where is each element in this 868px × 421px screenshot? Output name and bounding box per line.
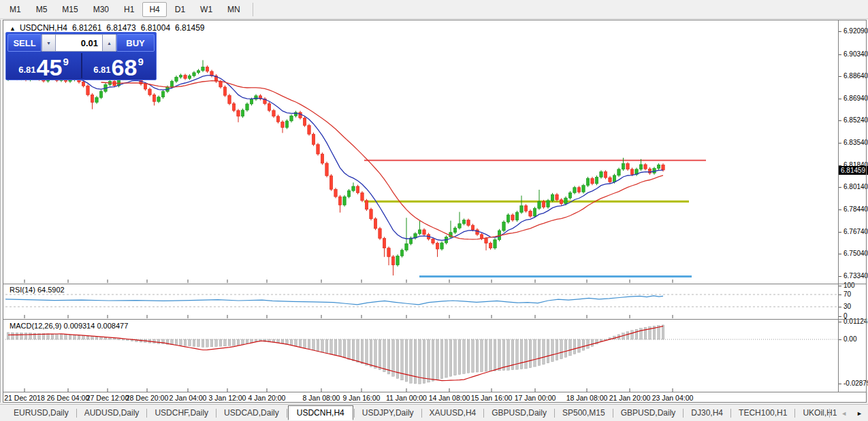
- axis-label: -0.028797: [843, 380, 868, 387]
- chart-tab-gbpusd-daily[interactable]: GBPUSD,Daily: [485, 406, 553, 420]
- axis-tick: [839, 209, 841, 210]
- axis-tick: [839, 322, 841, 322]
- axis-tick: [839, 294, 841, 295]
- toolbar-separator: [253, 3, 253, 16]
- price-axis: 6.81459 6.920906.903406.886406.869406.85…: [839, 20, 868, 392]
- tab-separator: [76, 409, 77, 418]
- tab-separator: [613, 409, 613, 418]
- timeframe-button-mn[interactable]: MN: [221, 2, 247, 17]
- ohlc-low: 6.81004: [141, 23, 170, 33]
- time-axis-label: 4 Jan 20:00: [248, 394, 286, 402]
- timeframe-button-d1[interactable]: D1: [168, 2, 192, 17]
- time-axis: 21 Dec 201826 Dec 04:0027 Dec 12:0028 De…: [3, 392, 867, 403]
- axis-tick: [839, 31, 841, 32]
- chart-tab-xauusd-h4[interactable]: XAUUSD,H4: [423, 406, 483, 420]
- chart-symbol-period: USDCNH,H4: [20, 23, 67, 33]
- tab-separator: [421, 409, 422, 418]
- chart-tab-dj30-h4[interactable]: DJ30,H4: [684, 406, 730, 420]
- time-axis-label: 17 Jan 00:00: [515, 394, 556, 402]
- axis-tick: [839, 120, 841, 121]
- timeframe-button-h1[interactable]: H1: [117, 2, 141, 17]
- axis-label: 6.83540: [843, 139, 868, 146]
- time-axis-label: 26 Dec 04:00: [47, 394, 89, 402]
- time-axis-label: 23 Jan 04:00: [652, 394, 694, 402]
- chart-tab-audusd-daily[interactable]: AUDUSD,Daily: [78, 406, 146, 420]
- timeframe-button-m15[interactable]: M15: [55, 2, 84, 17]
- volume-input[interactable]: 0.01: [56, 34, 102, 52]
- axis-tick: [839, 143, 841, 144]
- axis-tick: [839, 254, 841, 254]
- chart-tab-sp500-m15[interactable]: SP500,M15: [556, 406, 612, 420]
- time-axis-label: 18 Jan 08:00: [566, 394, 608, 402]
- axis-label: 6.86940: [843, 95, 868, 102]
- chart-tab-usdcnh-h4[interactable]: USDCNH,H4: [288, 405, 353, 420]
- pane-separator[interactable]: [3, 319, 867, 320]
- buy-price-display[interactable]: 6.81 68 9: [81, 52, 156, 80]
- pane-separator: [3, 392, 867, 392]
- tab-separator: [554, 409, 555, 418]
- axis-tick: [839, 232, 841, 233]
- time-axis-label: 28 Dec 20:00: [126, 394, 168, 402]
- chart-tab-tech100-h1[interactable]: TECH100,H1: [732, 406, 794, 420]
- buy-price-prefix: 6.81: [93, 65, 110, 75]
- axis-label: 100: [843, 282, 855, 289]
- tab-bar-divider: [829, 409, 830, 418]
- ohlc-high: 6.81473: [106, 23, 135, 33]
- macd-indicator-label: MACD(12,26,9) 0.009314 0.008477: [10, 322, 128, 330]
- volume-increase-button[interactable]: ▲: [102, 34, 116, 52]
- sell-button[interactable]: SELL: [7, 34, 42, 52]
- timeframe-button-w1[interactable]: W1: [193, 2, 219, 17]
- timeframe-bar: M1M5M15M30H1H4D1W1MN: [0, 0, 868, 19]
- axis-label: 6.73340: [843, 272, 868, 280]
- tab-separator: [146, 409, 147, 418]
- sell-price-display[interactable]: 6.81 45 9: [6, 52, 81, 80]
- window-left-edge: [0, 20, 1, 403]
- chart-title: ▲USDCNH,H46.812616.814736.810046.81459: [10, 23, 205, 33]
- chart-tab-gbpusd-daily[interactable]: GBPUSD,Daily: [614, 406, 683, 420]
- scroll-tabs-right-icon[interactable]: ►: [856, 410, 863, 417]
- axis-tick: [839, 316, 841, 317]
- time-axis-label: 21 Jan 20:00: [609, 394, 651, 402]
- time-axis-label: 2 Jan 04:00: [170, 394, 207, 402]
- axis-tick: [839, 276, 841, 277]
- ohlc-open: 6.81261: [72, 23, 101, 33]
- chart-tab-usdchf-daily[interactable]: USDCHF,Daily: [148, 406, 215, 420]
- sell-price-big: 45: [37, 58, 63, 78]
- rsi-indicator-label: RSI(14) 64.5902: [10, 286, 65, 294]
- time-axis-label: 3 Jan 12:00: [209, 394, 246, 402]
- axis-label: 6.78440: [843, 205, 868, 213]
- tab-separator: [683, 409, 684, 418]
- axis-tick: [839, 307, 841, 307]
- axis-label: 6.76740: [843, 228, 868, 235]
- axis-label: 6.75040: [843, 250, 868, 257]
- tab-separator: [794, 409, 795, 418]
- tab-scroll-controls: ◄ ►: [829, 405, 863, 421]
- collapse-triangle-icon[interactable]: ▲: [10, 25, 16, 32]
- scroll-tabs-left-icon[interactable]: ◄: [841, 410, 847, 417]
- chart-tab-eurusd-daily[interactable]: EURUSD,Daily: [7, 406, 76, 420]
- buy-button[interactable]: BUY: [116, 34, 155, 52]
- chart-tab-usdcad-daily[interactable]: USDCAD,Daily: [217, 406, 286, 420]
- mt4-terminal: M1M5M15M30H1H4D1W1MN ▲USDCNH,H46.812616.…: [0, 0, 868, 421]
- axis-label: 6.80140: [843, 183, 868, 190]
- current-price-tag: 6.81459: [839, 166, 868, 175]
- rsi-pane[interactable]: [5, 284, 838, 318]
- one-click-trading-panel: SELL ▼ 0.01 ▲ BUY 6.81 45 9 6.81 68 9: [5, 32, 157, 80]
- axis-label: 6.90340: [843, 50, 868, 58]
- pane-separator[interactable]: [3, 284, 867, 284]
- chart-tab-bar: EURUSD,DailyAUDUSD,DailyUSDCHF,DailyUSDC…: [0, 404, 868, 421]
- timeframe-button-m30[interactable]: M30: [86, 2, 116, 17]
- timeframe-button-h4[interactable]: H4: [142, 2, 166, 17]
- chart-tab-usdjpy-daily[interactable]: USDJPY,Daily: [355, 406, 421, 420]
- axis-tick: [839, 99, 841, 99]
- macd-pane[interactable]: [5, 320, 838, 392]
- time-axis-label: 9 Jan 16:00: [343, 394, 381, 402]
- tab-separator: [287, 409, 287, 418]
- axis-label: 6.85240: [843, 116, 868, 124]
- timeframe-button-m5[interactable]: M5: [29, 2, 54, 17]
- axis-tick: [839, 54, 841, 55]
- ohlc-close: 6.81459: [175, 23, 204, 33]
- timeframe-button-m1[interactable]: M1: [3, 2, 28, 17]
- time-axis-label: 11 Jan 00:00: [386, 394, 427, 402]
- volume-decrease-button[interactable]: ▼: [42, 34, 56, 52]
